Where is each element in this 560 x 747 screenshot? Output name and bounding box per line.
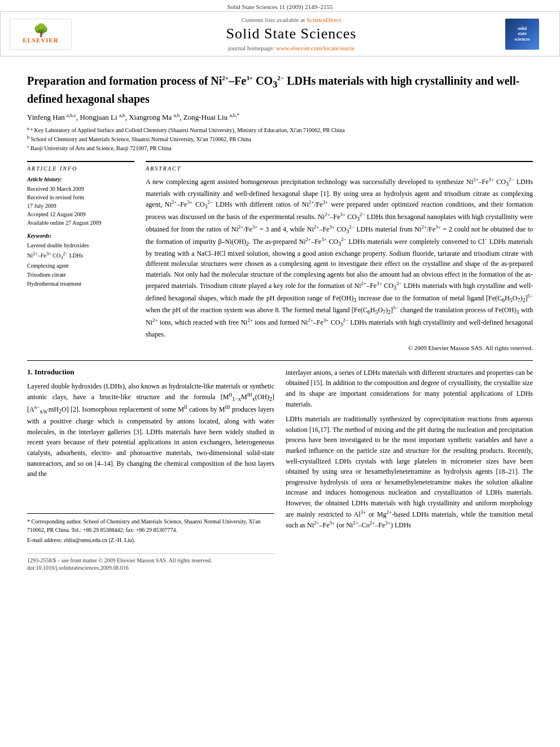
revised-date: 17 July 2009 (27, 202, 134, 210)
abstract-text: A new complexing agent assisted homogene… (146, 176, 533, 340)
homepage-prefix: journal homepage: (228, 45, 276, 51)
elsevier-logo: 🌳 ELSEVIER (10, 19, 72, 50)
copyright-line: © 2009 Elsevier Masson SAS. All rights r… (146, 344, 533, 351)
journal-banner: 🌳 ELSEVIER Contents lists available at S… (0, 12, 560, 56)
article-content: Preparation and formation process of Ni2… (0, 56, 560, 580)
received-revised-label: Received in revised form (27, 193, 134, 202)
intro-right-text: interlayer anions, a series of LDHs mate… (286, 368, 533, 531)
bottom-bar: 1293-2558/$ – see front matter © 2009 El… (27, 553, 274, 563)
article-info-heading: article info (27, 165, 134, 172)
affiliations: a ᵃ Key Laboratory of Applied Surface an… (27, 125, 533, 153)
history-label: Article history: (27, 176, 134, 182)
section-number: 1. (27, 368, 33, 376)
article-info-column: article info Article history: Received 3… (27, 161, 134, 351)
keywords: Keywords: Layered double hydroxides Ni2+… (27, 233, 134, 289)
elsevier-text: ELSEVIER (23, 37, 59, 43)
sss-logo: solidstatesciences (505, 19, 539, 50)
keyword-2: Ni2+–Fe3+ CO32− LDHs (27, 250, 134, 262)
elsevier-logo-area: 🌳 ELSEVIER (10, 19, 77, 50)
authors-line: Yinfeng Han a,b,c, Hongjuan Li a,b, Xian… (27, 112, 533, 122)
page-wrapper: Solid State Sciences 11 (2009) 2149–2155… (0, 0, 560, 580)
keyword-1: Layered double hydroxides (27, 241, 134, 250)
corresponding-author: * Corresponding author. School of Chemis… (27, 517, 274, 534)
affiliation-a: a ᵃ Key Laboratory of Applied Surface an… (27, 125, 533, 134)
journal-homepage: journal homepage: www.elsevier.com/locat… (77, 45, 505, 51)
body-right: interlayer anions, a series of LDHs mate… (286, 368, 533, 571)
introduction-heading: 1. Introduction (27, 368, 274, 377)
contents-text: Contents lists available at (241, 16, 305, 23)
article-title: Preparation and formation process of Ni2… (27, 73, 533, 107)
available-date: Available online 27 August 2009 (27, 219, 134, 227)
doi-line: doi:10.1016/j.solidstatesciences.2009.08… (27, 565, 274, 571)
affiliation-c: c Baoji University of Arts and Science, … (27, 143, 533, 152)
received-date: Received 30 March 2009 (27, 185, 134, 193)
journal-title: Solid State Sciences (77, 25, 505, 42)
body-left: 1. Introduction Layered double hydroxide… (27, 368, 274, 571)
issn-line: 1293-2558/$ – see front matter © 2009 El… (27, 557, 212, 563)
abstract-column: abstract A new complexing agent assisted… (146, 161, 533, 351)
journal-header: Solid State Sciences 11 (2009) 2149–2155 (0, 0, 560, 12)
sss-logo-area: solidstatesciences (505, 19, 550, 50)
contents-line: Contents lists available at ScienceDirec… (77, 16, 505, 23)
keyword-3: Complexing agent (27, 261, 134, 270)
journal-citation: Solid State Sciences 11 (2009) 2149–2155 (228, 3, 333, 10)
keyword-4: Trisodium citrate (27, 270, 134, 279)
homepage-url[interactable]: www.elsevier.com/locate/ssscie (276, 45, 355, 51)
abstract-heading: abstract (146, 165, 533, 172)
info-abstract-columns: article info Article history: Received 3… (27, 161, 533, 351)
intro-left-text: Layered double hydroxides (LDHs), also k… (27, 381, 274, 479)
sciencedirect-link[interactable]: ScienceDirect (307, 16, 342, 23)
section-divider (27, 360, 533, 361)
journal-title-area: Contents lists available at ScienceDirec… (77, 16, 505, 51)
section-title: Introduction (34, 368, 75, 376)
keywords-label: Keywords: (27, 233, 134, 239)
accepted-date: Accepted 12 August 2009 (27, 210, 134, 219)
body-columns: 1. Introduction Layered double hydroxide… (27, 368, 533, 571)
elsevier-tree-icon: 🌳 (33, 24, 49, 37)
footnotes: * Corresponding author. School of Chemis… (27, 513, 274, 544)
article-history: Article history: Received 30 March 2009 … (27, 176, 134, 227)
keyword-5: Hydrothermal treatment (27, 279, 134, 289)
sss-logo-text: solidstatesciences (514, 26, 530, 42)
affiliation-b: b School of Chemistry and Materials Scie… (27, 134, 533, 143)
email-address: E-mail address: zhliu@snnu.edu.cn (Z.-H.… (27, 536, 274, 544)
